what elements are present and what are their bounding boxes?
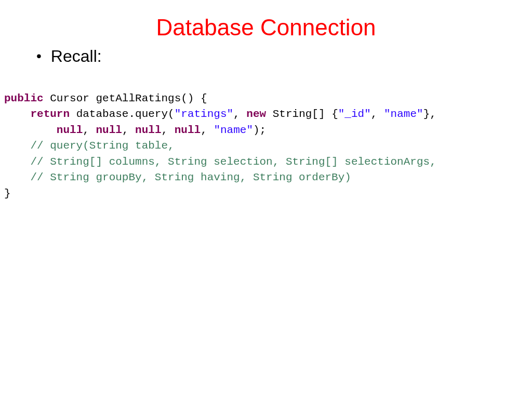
code-string: "name" xyxy=(214,124,253,136)
slide: Database Connection • Recall: public Cur… xyxy=(0,15,532,399)
code-comment: // String[] columns, String selection, S… xyxy=(4,156,436,168)
code-text: database.query( xyxy=(70,108,175,120)
slide-title: Database Connection xyxy=(0,15,532,41)
bullet-text: Recall: xyxy=(51,47,102,66)
code-keyword: null xyxy=(96,124,122,136)
code-text: , xyxy=(162,124,175,136)
code-keyword: public xyxy=(4,92,44,104)
code-text: }, xyxy=(423,108,436,120)
code-comment: // String groupBy, String having, String… xyxy=(4,171,351,183)
code-indent xyxy=(4,124,57,136)
code-text: , xyxy=(371,108,384,120)
code-text: , xyxy=(233,108,246,120)
bullet-dot-icon: • xyxy=(36,47,42,65)
code-keyword: return xyxy=(30,108,70,120)
code-comment: // query(String table, xyxy=(4,140,175,152)
code-keyword: new xyxy=(246,108,266,120)
code-text: Cursor getAllRatings() { xyxy=(44,92,207,104)
code-text: String[] { xyxy=(266,108,338,120)
code-text: , xyxy=(201,124,214,136)
code-text: } xyxy=(4,188,11,200)
code-snippet: public Cursor getAllRatings() { return d… xyxy=(4,91,532,202)
code-keyword: null xyxy=(135,124,161,136)
code-indent xyxy=(4,108,30,120)
code-keyword: null xyxy=(57,124,83,136)
code-text: ); xyxy=(253,124,266,136)
code-text: , xyxy=(83,124,96,136)
code-string: "_id" xyxy=(338,108,371,120)
code-string: "name" xyxy=(384,108,423,120)
code-string: "ratings" xyxy=(175,108,233,120)
code-text: , xyxy=(122,124,135,136)
bullet-item: • Recall: xyxy=(36,47,532,66)
code-keyword: null xyxy=(175,124,201,136)
